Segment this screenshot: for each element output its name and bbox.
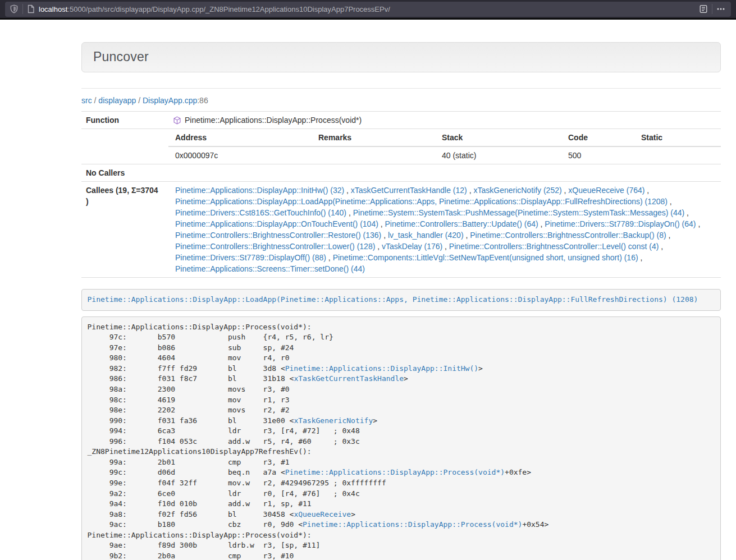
asm-symbol-link[interactable]: xTaskGetCurrentTaskHandle — [294, 374, 404, 383]
metrics-table: Address Remarks Stack Code Static 0x0000… — [168, 129, 721, 164]
breadcrumb-separator: / — [92, 96, 99, 105]
stack-value: 40 (static) — [435, 146, 561, 164]
callee-link[interactable]: Pinetime::Drivers::St7789::DisplayOff() … — [175, 253, 326, 262]
callees-list: Pinetime::Applications::DisplayApp::Init… — [168, 182, 721, 278]
divider — [81, 88, 721, 89]
callee-link[interactable]: Pinetime::Controllers::BrightnessControl… — [175, 231, 381, 240]
loadapp-symbol-link[interactable]: Pinetime::Applications::DisplayApp::Load… — [88, 295, 698, 304]
asm-symbol-link[interactable]: xTaskGenericNotify — [294, 416, 373, 425]
callee-link[interactable]: Pinetime::Applications::DisplayApp::OnTo… — [175, 219, 378, 228]
function-name: Pinetime::Applications::DisplayApp::Proc… — [185, 114, 362, 126]
asm-symbol-link[interactable]: Pinetime::Applications::DisplayApp::Init… — [285, 364, 478, 373]
callee-link[interactable]: Pinetime::Drivers::St7789::DisplayOn() (… — [545, 219, 696, 228]
url-bar[interactable]: localhost:5000/path/src/displayapp/Displ… — [5, 2, 731, 17]
asm-symbol-link[interactable]: xQueueReceive — [294, 510, 351, 518]
no-callers-row: No Callers — [81, 164, 721, 182]
metrics-row: Address Remarks Stack Code Static 0x0000… — [81, 129, 721, 164]
urlbar-divider-2 — [712, 4, 712, 14]
callee-link[interactable]: xTaskGetCurrentTaskHandle (12) — [351, 186, 467, 195]
callee-link[interactable]: Pinetime::Applications::Screens::Timer::… — [175, 264, 365, 273]
url-path: :5000/path/src/displayapp/DisplayApp.cpp… — [67, 5, 390, 13]
callee-link[interactable]: Pinetime::Controllers::BrightnessControl… — [449, 242, 659, 251]
callee-link[interactable]: Pinetime::Controllers::BrightnessControl… — [470, 231, 666, 240]
callees-label: Callees (19, Σ=3704 ) — [81, 182, 168, 278]
breadcrumb: src / displayapp / DisplayApp.cpp:86 — [81, 96, 721, 105]
callee-link[interactable]: Pinetime::System::SystemTask::PushMessag… — [353, 208, 685, 217]
metrics-header-row: Address Remarks Stack Code Static — [168, 129, 721, 146]
asm-symbol-link[interactable]: Pinetime::Applications::DisplayApp::Proc… — [285, 468, 505, 476]
callee-link[interactable]: lv_task_handler (420) — [388, 231, 464, 240]
page-icon[interactable] — [27, 4, 35, 13]
app-header-panel: Puncover — [81, 42, 721, 72]
col-address: Address — [168, 129, 312, 146]
highlighted-symbol-block: Pinetime::Applications::DisplayApp::Load… — [81, 289, 721, 311]
function-row: Function Pinetime::Applications::Display… — [81, 112, 721, 129]
col-code: Code — [561, 129, 634, 146]
callee-link[interactable]: xQueueReceive (764) — [568, 186, 644, 195]
callees-row: Callees (19, Σ=3704 ) Pinetime::Applicat… — [81, 182, 721, 278]
callee-link[interactable]: Pinetime::Components::LittleVgl::SetNewT… — [333, 253, 638, 262]
package-icon — [173, 116, 181, 125]
callee-link[interactable]: Pinetime::Drivers::Cst816S::GetTouchInfo… — [175, 208, 346, 217]
callee-link[interactable]: xTaskGenericNotify (252) — [473, 186, 561, 195]
remarks-value — [312, 146, 435, 164]
reader-view-icon[interactable] — [699, 4, 708, 13]
url-text[interactable]: localhost:5000/path/src/displayapp/Displ… — [39, 5, 390, 13]
more-menu-icon[interactable] — [716, 4, 725, 13]
col-stack: Stack — [435, 129, 561, 146]
browser-toolbar: localhost:5000/path/src/displayapp/Displ… — [0, 0, 736, 20]
asm-symbol-link[interactable]: Pinetime::Applications::DisplayApp::Proc… — [303, 520, 522, 529]
shield-icon[interactable] — [10, 4, 19, 13]
breadcrumb-line-number: :86 — [197, 96, 208, 105]
address-value: 0x0000097c — [168, 146, 312, 164]
col-remarks: Remarks — [312, 129, 435, 146]
url-host: localhost — [39, 5, 67, 13]
breadcrumb-link[interactable]: displayapp — [98, 96, 136, 105]
disassembly-block: Pinetime::Applications::DisplayApp::Proc… — [81, 316, 721, 560]
col-static: Static — [634, 129, 721, 146]
callee-link[interactable]: vTaskDelay (176) — [382, 242, 442, 251]
breadcrumb-link[interactable]: src — [81, 96, 92, 105]
urlbar-divider — [22, 4, 23, 14]
page-title: Puncover — [93, 49, 709, 65]
metrics-value-row: 0x0000097c 40 (static) 500 — [168, 146, 721, 164]
function-label: Function — [81, 112, 168, 129]
callee-link[interactable]: Pinetime::Applications::DisplayApp::Init… — [175, 186, 344, 195]
breadcrumb-separator: / — [136, 96, 143, 105]
callee-link[interactable]: Pinetime::Controllers::BrightnessControl… — [175, 242, 375, 251]
breadcrumb-link[interactable]: DisplayApp.cpp — [143, 96, 197, 105]
callee-link[interactable]: Pinetime::Applications::DisplayApp::Load… — [175, 197, 668, 206]
callee-link[interactable]: Pinetime::Controllers::Battery::Update()… — [385, 219, 538, 228]
no-callers-label: No Callers — [81, 164, 168, 182]
code-value: 500 — [561, 146, 634, 164]
symbol-table: Function Pinetime::Applications::Display… — [81, 111, 721, 278]
static-value — [634, 146, 721, 164]
